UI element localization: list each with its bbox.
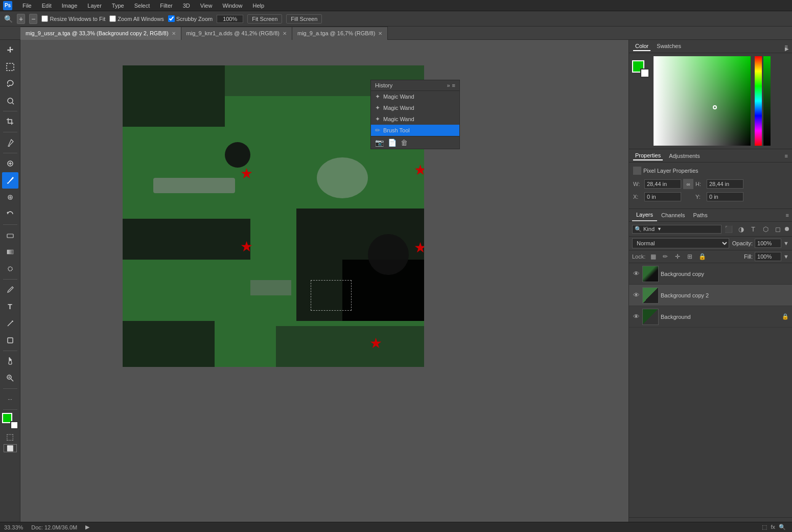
- menu-help[interactable]: Help: [251, 2, 267, 10]
- status-icon-1[interactable]: ⬚: [762, 524, 767, 530]
- menu-type[interactable]: Type: [110, 2, 126, 10]
- history-menu-icon[interactable]: ≡: [452, 82, 455, 88]
- menu-select[interactable]: Select: [132, 2, 152, 10]
- history-expand-icon[interactable]: »: [447, 82, 450, 88]
- zoom-all-windows-checkbox[interactable]: Zoom All Windows: [109, 15, 164, 22]
- shape-tool[interactable]: [2, 332, 18, 349]
- status-arrow-btn[interactable]: ▶: [85, 524, 89, 530]
- lock-artboard-btn[interactable]: ⊞: [685, 252, 694, 261]
- tab-color[interactable]: Color: [633, 42, 650, 51]
- scrubby-zoom-checkbox[interactable]: Scrubby Zoom: [168, 15, 213, 22]
- color-spectrum-gradient[interactable]: [654, 56, 751, 146]
- opacity-dropdown-icon[interactable]: ▼: [783, 240, 789, 246]
- lock-transparent-btn[interactable]: ▦: [648, 252, 658, 261]
- layer-filter-smart-btn[interactable]: ◻: [773, 224, 783, 234]
- layer-item-1[interactable]: 👁 Background copy 2: [629, 285, 792, 306]
- menu-edit[interactable]: Edit: [40, 2, 54, 10]
- status-icon-2[interactable]: fx: [771, 524, 775, 530]
- tab-layers[interactable]: Layers: [632, 209, 657, 221]
- layer-filter-adj-btn[interactable]: ◑: [736, 224, 746, 234]
- layer-filter-pixel-btn[interactable]: ⬛: [724, 224, 734, 234]
- blend-mode-select[interactable]: Normal: [632, 238, 729, 248]
- props-link-wh-btn[interactable]: ∞: [683, 179, 693, 189]
- tab-paths[interactable]: Paths: [689, 210, 712, 221]
- props-h-input[interactable]: [707, 179, 743, 189]
- layer-filter-type-btn[interactable]: T: [748, 224, 758, 234]
- zoom-tool[interactable]: [2, 370, 18, 386]
- lock-all-btn[interactable]: 🔒: [697, 252, 707, 261]
- canvas-area[interactable]: History » ≡ ✦ Magic Wand ✦ Magic Wand ✦ …: [20, 40, 628, 532]
- layer-filter-shape-btn[interactable]: ⬡: [760, 224, 771, 234]
- menu-file[interactable]: File: [20, 2, 34, 10]
- properties-panel-menu-icon[interactable]: ≡: [785, 153, 788, 159]
- clone-tool[interactable]: [2, 189, 18, 205]
- layer-item-2[interactable]: 👁 Background 🔒: [629, 306, 792, 328]
- tab-2[interactable]: mig_9_a.tga @ 16,7% (RGB/8) ✕: [292, 27, 388, 40]
- screen-mode-btn[interactable]: ⬜: [4, 444, 17, 452]
- move-tool[interactable]: [2, 42, 18, 58]
- zoom-tool-icon[interactable]: 🔍: [4, 15, 13, 23]
- type-tool[interactable]: T: [2, 298, 18, 315]
- crop-tool[interactable]: [2, 113, 18, 130]
- history-snapshot-camera-btn[interactable]: 📷: [375, 138, 384, 147]
- fill-input[interactable]: [755, 252, 781, 261]
- brush-tool[interactable]: [2, 172, 18, 189]
- layer-filter-toggle[interactable]: [785, 227, 789, 231]
- zoom-in-icon[interactable]: +: [17, 14, 25, 24]
- fill-screen-button[interactable]: Fill Screen: [286, 14, 322, 24]
- tab-channels[interactable]: Channels: [657, 210, 689, 221]
- quick-select-tool[interactable]: [2, 92, 18, 109]
- lasso-tool[interactable]: [2, 76, 18, 92]
- pen-tool[interactable]: [2, 282, 18, 298]
- zoom-out-icon[interactable]: −: [29, 14, 37, 24]
- menu-window[interactable]: Window: [220, 2, 244, 10]
- history-item-0[interactable]: ✦ Magic Wand: [371, 91, 459, 102]
- layer-item-0[interactable]: 👁 Background copy: [629, 263, 792, 285]
- tab-1[interactable]: mig_9_knr1_a.dds @ 41,2% (RGB/8) ✕: [181, 27, 292, 40]
- layers-panel-menu-icon[interactable]: ≡: [786, 212, 789, 218]
- fill-dropdown-icon[interactable]: ▼: [783, 253, 789, 260]
- hand-tool[interactable]: [2, 353, 18, 369]
- status-icon-3[interactable]: 🔍: [779, 524, 786, 530]
- props-x-input[interactable]: [644, 192, 681, 201]
- opacity-slider[interactable]: [763, 56, 771, 146]
- quick-mask-btn[interactable]: ⬚: [6, 432, 14, 442]
- tab-1-close[interactable]: ✕: [283, 31, 287, 36]
- menu-layer[interactable]: Layer: [85, 2, 104, 10]
- menu-3d[interactable]: 3D: [181, 2, 192, 10]
- layer-0-visibility-toggle[interactable]: 👁: [632, 270, 640, 277]
- layers-kind-dropdown-icon[interactable]: ▼: [657, 226, 662, 232]
- hue-slider[interactable]: [755, 56, 762, 146]
- lock-position-btn[interactable]: ✛: [673, 252, 682, 261]
- color-spectrum-container[interactable]: [654, 56, 751, 146]
- layer-2-visibility-toggle[interactable]: 👁: [632, 313, 640, 320]
- extra-tools[interactable]: ···: [2, 391, 18, 407]
- tab-0-close[interactable]: ✕: [172, 31, 176, 36]
- layer-1-visibility-toggle[interactable]: 👁: [632, 291, 640, 299]
- menu-image[interactable]: Image: [60, 2, 80, 10]
- history-item-1[interactable]: ✦ Magic Wand: [371, 102, 459, 113]
- resize-windows-checkbox[interactable]: Resize Windows to Fit: [41, 15, 105, 22]
- eyedropper-tool[interactable]: [2, 134, 18, 151]
- gradient-tool[interactable]: [2, 244, 18, 260]
- menu-filter[interactable]: Filter: [158, 2, 174, 10]
- history-item-3[interactable]: ✏ Brush Tool: [371, 125, 459, 136]
- history-brush-tool[interactable]: [2, 206, 18, 222]
- color-panel-expand-btn[interactable]: ▶: [785, 46, 789, 52]
- tab-adjustments[interactable]: Adjustments: [667, 152, 702, 160]
- blur-tool[interactable]: [2, 261, 18, 277]
- tab-0[interactable]: mig_9_ussr_a.tga @ 33,3% (Background cop…: [20, 27, 181, 40]
- history-new-doc-btn[interactable]: 📄: [388, 138, 397, 147]
- opacity-input[interactable]: [755, 239, 781, 248]
- menu-view[interactable]: View: [198, 2, 215, 10]
- heal-tool[interactable]: [2, 155, 18, 172]
- history-item-2[interactable]: ✦ Magic Wand: [371, 113, 459, 125]
- props-y-input[interactable]: [707, 192, 743, 201]
- selection-tool[interactable]: [2, 59, 18, 75]
- lock-image-btn[interactable]: ✏: [661, 252, 670, 261]
- eraser-tool[interactable]: [2, 227, 18, 243]
- props-w-input[interactable]: [644, 179, 681, 189]
- color-bg-swatch[interactable]: [640, 68, 649, 78]
- tab-2-close[interactable]: ✕: [378, 31, 382, 36]
- path-select-tool[interactable]: [2, 315, 18, 332]
